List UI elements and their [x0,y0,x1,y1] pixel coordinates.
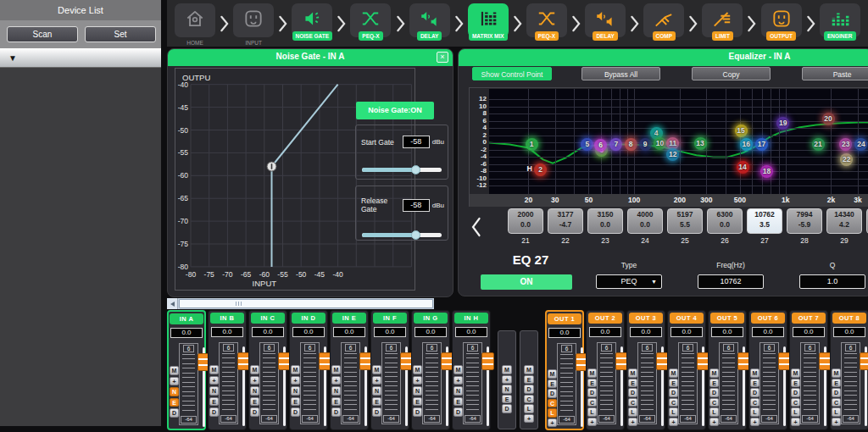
channel-button-+[interactable]: + [669,418,678,427]
channel-gain-value[interactable]: 0.0 [333,327,365,337]
channel-gain-value[interactable]: 0.0 [630,327,662,337]
channel-button-M[interactable]: M [669,368,678,378]
channel-button-C[interactable]: C [524,395,534,404]
eq-band-cell-24[interactable]: 40000.0 [627,208,663,234]
channel-button-E[interactable]: E [413,397,422,407]
channel-button-N[interactable]: N [502,385,512,394]
channel-button-D[interactable]: D [413,407,422,417]
start-gate-value[interactable]: -58 [403,136,430,148]
toolbar-item-comp[interactable]: COMP [641,3,687,41]
channel-gain-value[interactable]: 0.0 [292,327,325,337]
channel-gain-value[interactable]: 0.0 [211,327,243,337]
channel-button-D[interactable]: D [170,408,179,418]
horizontal-scrollbar[interactable] [167,298,434,309]
channel-button-M[interactable]: M [709,368,719,378]
device-dropdown[interactable]: ▼ [0,48,161,68]
channel-button-+[interactable]: + [628,418,637,427]
channel-button-+[interactable]: + [587,418,597,427]
eq-control-point-14[interactable]: 14 [737,161,749,174]
toolbar-item-peq-x[interactable]: PEQ-X [348,3,393,41]
channel-button-L[interactable]: L [548,408,557,418]
eq-control-point-6[interactable]: 6 [594,139,607,152]
channel-button-N[interactable]: N [291,386,300,396]
show-control-point-button[interactable]: Show Control Point [472,67,552,80]
toolbar-item-delay[interactable]: DELAY [407,3,453,41]
channel-gain-value[interactable]: 0.0 [170,328,203,338]
fader-handle[interactable] [481,352,494,370]
slider-thumb[interactable] [411,165,420,174]
channel-label[interactable]: OUT 4 [670,313,704,324]
bypass-all-button[interactable]: Bypass All [581,67,660,80]
channel-button-E[interactable]: E [628,379,637,388]
channel-button-E[interactable]: E [453,397,463,407]
eq-control-point-18[interactable]: 18 [760,165,773,178]
channel-button-L[interactable]: L [750,407,760,417]
channel-button-L[interactable]: L [587,407,597,417]
toolbar-item-enginer[interactable]: ENGINER [817,3,863,41]
eq-band-cell-26[interactable]: 63000.0 [707,208,743,234]
channel-label[interactable]: IN E [332,313,366,324]
scrollbar-thumb[interactable] [179,299,433,308]
channel-button-D[interactable]: D [250,407,259,417]
channel-button-+[interactable]: + [750,418,760,427]
channel-button-N[interactable]: N [453,386,463,396]
channel-button-E[interactable]: E [669,379,678,388]
channel-button-M[interactable]: M [832,368,841,378]
fader-handle[interactable] [860,352,868,370]
channel-button-M[interactable]: M [291,365,300,374]
scan-button[interactable]: Scan [7,26,78,42]
channel-button-C[interactable]: C [791,398,800,407]
channel-button-E[interactable]: E [291,397,300,407]
channel-button-N[interactable]: N [209,386,219,396]
eq-control-point-2[interactable]: 2 [534,163,547,176]
channel-button-E[interactable]: E [709,379,719,388]
eq-band-cell-28[interactable]: 7994-5.9 [787,208,822,234]
channel-button-D[interactable]: D [524,385,534,394]
channel-button-+[interactable]: + [502,375,512,385]
start-gate-slider[interactable] [362,168,442,172]
channel-button-D[interactable]: D [750,388,760,397]
channel-button-L[interactable]: L [669,407,678,417]
channel-gain-value[interactable]: 0.0 [374,327,406,337]
channel-button-+[interactable]: + [413,376,422,385]
channel-label[interactable]: OUT 7 [792,313,826,324]
channel-button-E[interactable]: E [524,375,534,385]
channel-button-L[interactable]: L [628,407,637,417]
toolbar-item-delay[interactable]: DELAY [582,3,628,41]
eq-band-cell-29[interactable]: 143404.2 [826,208,862,234]
release-gate-value[interactable]: -58 [403,199,430,212]
channel-button-+[interactable]: + [832,418,841,427]
channel-button-D[interactable]: D [209,407,219,417]
eq-band-cell-21[interactable]: 20000.0 [508,208,543,234]
eq-control-point-15[interactable]: 15 [735,125,748,137]
eq-control-point-17[interactable]: 17 [755,138,768,151]
copy-button[interactable]: Copy [692,67,771,80]
channel-button-L[interactable]: L [524,404,534,413]
toolbar-item-noise-gate[interactable]: NOISE GATE [289,3,335,41]
channel-gain-value[interactable]: 0.0 [415,327,447,337]
channel-button-C[interactable]: C [548,399,557,408]
eq-control-point-9[interactable]: 9 [639,138,652,151]
channel-gain-value[interactable]: 0.0 [833,327,865,337]
channel-gain-value[interactable]: 0.0 [793,327,825,337]
channel-button-E[interactable]: E [170,398,179,407]
channel-button-E[interactable]: E [209,397,219,407]
channel-button-+[interactable]: + [291,376,300,385]
channel-button-M[interactable]: M [791,368,800,378]
channel-button-M[interactable]: M [413,365,422,374]
freq-table-left-chevron-icon[interactable] [470,217,481,241]
channel-button-N[interactable]: N [331,386,341,396]
channel-gain-value[interactable]: 0.0 [670,327,703,337]
channel-button-D[interactable]: D [791,388,800,397]
channel-button-L[interactable]: L [832,407,841,417]
set-button[interactable]: Set [85,26,156,42]
channel-label[interactable]: IN D [292,313,326,324]
channel-button-+[interactable]: + [791,418,800,427]
channel-button-+[interactable]: + [709,418,719,427]
channel-label[interactable]: OUT 2 [588,313,622,324]
channel-button-E[interactable]: E [832,379,841,388]
channel-button-M[interactable]: M [209,365,219,374]
channel-button-M[interactable]: M [628,368,637,378]
noise-gate-on-toggle[interactable]: Noise Gate:ON [356,102,434,119]
channel-button-E[interactable]: E [502,395,512,404]
